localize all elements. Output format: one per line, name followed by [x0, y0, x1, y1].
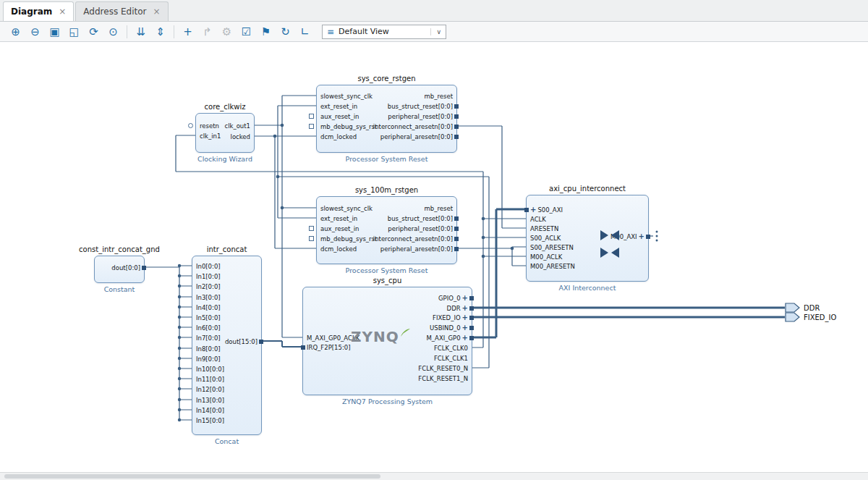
- block-sys_core_rstgen[interactable]: slowest_sync_clkext_reset_inaux_reset_in…: [316, 85, 457, 153]
- port-In5[0:0][interactable]: In5[0:0]: [196, 313, 221, 322]
- chevron-down-icon: ∨: [430, 28, 441, 35]
- port-peripheral_aresetn[0:0][interactable]: peripheral_aresetn[0:0]: [380, 245, 453, 253]
- port-USBIND_0[interactable]: USBIND_0+: [430, 324, 468, 332]
- zoom-out-icon[interactable]: ⊖: [25, 24, 45, 40]
- port-S00_AXI[interactable]: +S00_AXI: [530, 206, 563, 214]
- validate-design-icon[interactable]: ☑: [237, 24, 256, 40]
- port-In6[0:0][interactable]: In6[0:0]: [196, 324, 221, 332]
- port-S00_ARESETN[interactable]: S00_ARESETN: [530, 243, 574, 252]
- port-In14[0:0][interactable]: In14[0:0]: [196, 406, 224, 415]
- port-clk_out1[interactable]: clk_out1: [224, 122, 250, 130]
- regenerate-layout-icon[interactable]: ↻: [276, 24, 295, 40]
- zoom-in-icon[interactable]: ⊕: [6, 24, 25, 40]
- port-slowest_sync_clk[interactable]: slowest_sync_clk: [320, 92, 373, 101]
- port-S00_ACLK[interactable]: S00_ACLK: [530, 234, 561, 243]
- port-FCLK_CLK0[interactable]: FCLK_CLK0: [434, 344, 468, 353]
- search-icon[interactable]: ⊙: [103, 24, 123, 40]
- block-intr_concat[interactable]: In0[0:0]In1[0:0]In2[0:0]In3[0:0]In4[0:0]…: [192, 256, 262, 435]
- port-IRQ_F2P[15:0][interactable]: IRQ_F2P[15:0]: [307, 343, 351, 352]
- view-selector[interactable]: ≡ Default View ∨: [322, 25, 446, 39]
- port-In1[0:0][interactable]: In1[0:0]: [196, 272, 221, 281]
- port-ARESETN[interactable]: ARESETN: [530, 224, 558, 233]
- port-mb_debug_sys_rst[interactable]: mb_debug_sys_rst: [320, 122, 377, 131]
- zoom-to-selection-icon[interactable]: ◱: [64, 24, 84, 40]
- port-clk_in1[interactable]: clk_in1: [200, 132, 221, 140]
- refresh-icon[interactable]: ⟳: [84, 24, 103, 40]
- port-bus_struct_reset[0:0][interactable]: bus_struct_reset[0:0]: [388, 102, 453, 111]
- port-mb_reset[interactable]: mb_reset: [425, 92, 453, 101]
- external-port-DDR[interactable]: DDR: [785, 303, 820, 313]
- external-port-FIXED_IO[interactable]: FIXED_IO: [785, 312, 836, 322]
- port-dout[15:0][interactable]: dout[15:0]: [225, 337, 258, 346]
- port-In7[0:0][interactable]: In7[0:0]: [196, 334, 221, 342]
- tab-diagram[interactable]: Diagram ×: [3, 1, 74, 21]
- port-dout[0:0][interactable]: dout[0:0]: [111, 264, 140, 272]
- port-FIXED_IO[interactable]: FIXED_IO+: [433, 313, 468, 322]
- horizontal-scrollbar[interactable]: [0, 472, 868, 480]
- port-In2[0:0][interactable]: In2[0:0]: [196, 282, 221, 291]
- expand-icon[interactable]: +: [462, 294, 468, 303]
- expand-hierarchy-icon[interactable]: ⇕: [150, 24, 170, 40]
- expand-icon[interactable]: +: [462, 304, 468, 313]
- port-mb_reset[interactable]: mb_reset: [425, 204, 453, 213]
- expand-icon[interactable]: +: [530, 206, 536, 214]
- pin-block-icon[interactable]: ⚑: [256, 24, 276, 40]
- port-dcm_locked[interactable]: dcm_locked: [320, 245, 357, 253]
- port-In11[0:0][interactable]: In11[0:0]: [196, 375, 224, 384]
- close-icon[interactable]: ×: [59, 7, 66, 17]
- interface-pin-square: [524, 208, 529, 212]
- port-FCLK_RESET1_N[interactable]: FCLK_RESET1_N: [418, 374, 468, 383]
- expand-icon[interactable]: +: [639, 232, 644, 241]
- port-In13[0:0][interactable]: In13[0:0]: [196, 396, 224, 405]
- block-const_intr_concat_gnd[interactable]: dout[0:0]: [94, 256, 145, 283]
- port-label: In0[0:0]: [196, 262, 221, 271]
- port-In8[0:0][interactable]: In8[0:0]: [196, 345, 221, 353]
- port-dcm_locked[interactable]: dcm_locked: [320, 132, 357, 141]
- interface-view-icon[interactable]: ∟: [295, 24, 315, 40]
- port-In10[0:0][interactable]: In10[0:0]: [196, 365, 224, 374]
- port-ext_reset_in[interactable]: ext_reset_in: [320, 214, 357, 223]
- port-peripheral_aresetn[0:0][interactable]: peripheral_aresetn[0:0]: [380, 132, 453, 141]
- block-sys_cpu[interactable]: M_AXI_GP0_ACLKIRQ_F2P[15:0]GPIO_0+DDR+FI…: [302, 287, 472, 395]
- port-In15[0:0][interactable]: In15[0:0]: [196, 416, 224, 425]
- diagram-canvas[interactable]: core_clkwizresetnclk_in1clk_out1lockedCl…: [0, 43, 868, 473]
- collapse-hierarchy-icon[interactable]: ⇊: [131, 24, 150, 40]
- port-M00_ARESETN[interactable]: M00_ARESETN: [530, 262, 575, 271]
- port-interconnect_aresetn[0:0][interactable]: interconnect_aresetn[0:0]: [373, 235, 453, 243]
- port-aux_reset_in[interactable]: aux_reset_in: [320, 224, 359, 233]
- port-In3[0:0][interactable]: In3[0:0]: [196, 293, 221, 302]
- port-locked[interactable]: locked: [231, 132, 250, 141]
- port-peripheral_reset[0:0][interactable]: peripheral_reset[0:0]: [388, 224, 453, 233]
- port-M00_ACLK[interactable]: M00_ACLK: [530, 253, 562, 261]
- block-sys_100m_rstgen[interactable]: slowest_sync_clkext_reset_inaux_reset_in…: [316, 196, 457, 264]
- port-In9[0:0][interactable]: In9[0:0]: [196, 355, 221, 363]
- add-ip-icon[interactable]: +: [178, 24, 197, 40]
- port-resetn[interactable]: resetn: [200, 122, 219, 130]
- port-GPIO_0[interactable]: GPIO_0+: [438, 294, 468, 303]
- port-ACLK[interactable]: ACLK: [530, 215, 546, 224]
- port-In4[0:0][interactable]: In4[0:0]: [196, 303, 221, 312]
- block-axi_cpu_interconnect[interactable]: +S00_AXIACLKARESETNS00_ACLKS00_ARESETNM0…: [526, 195, 649, 282]
- port-peripheral_reset[0:0][interactable]: peripheral_reset[0:0]: [388, 112, 453, 121]
- port-interconnect_aresetn[0:0][interactable]: interconnect_aresetn[0:0]: [373, 122, 453, 131]
- port-bus_struct_reset[0:0][interactable]: bus_struct_reset[0:0]: [388, 214, 453, 223]
- block-core_clkwiz[interactable]: resetnclk_in1clk_out1locked: [195, 113, 255, 153]
- port-ext_reset_in[interactable]: ext_reset_in: [320, 102, 357, 111]
- zoom-fit-icon[interactable]: ▣: [45, 24, 64, 40]
- port-aux_reset_in[interactable]: aux_reset_in: [320, 112, 359, 121]
- expand-icon[interactable]: +: [462, 313, 468, 322]
- tab-address-editor[interactable]: Address Editor ×: [75, 1, 168, 21]
- expand-icon[interactable]: +: [462, 334, 468, 342]
- port-mb_debug_sys_rst[interactable]: mb_debug_sys_rst: [320, 235, 377, 243]
- port-In12[0:0][interactable]: In12[0:0]: [196, 385, 224, 394]
- interface-pin-square: [301, 345, 305, 350]
- scrollbar-thumb[interactable]: [4, 474, 380, 479]
- port-M_AXI_GP0[interactable]: M_AXI_GP0+: [427, 334, 469, 342]
- expand-icon[interactable]: +: [462, 324, 468, 332]
- close-icon[interactable]: ×: [153, 7, 160, 17]
- port-FCLK_RESET0_N[interactable]: FCLK_RESET0_N: [418, 364, 468, 373]
- port-In0[0:0][interactable]: In0[0:0]: [196, 262, 221, 271]
- port-FCLK_CLK1[interactable]: FCLK_CLK1: [434, 354, 468, 363]
- port-slowest_sync_clk[interactable]: slowest_sync_clk: [320, 204, 373, 213]
- port-DDR[interactable]: DDR+: [447, 304, 468, 313]
